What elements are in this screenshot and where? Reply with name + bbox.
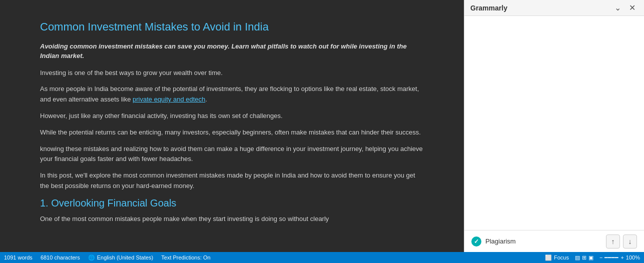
paragraph-2-end: . <box>205 96 207 103</box>
paragraph-2: As more people in India become aware of … <box>40 84 424 105</box>
paragraph-2-text: As more people in India become aware of … <box>40 85 419 103</box>
view-icon-2: ⊞ <box>582 254 586 261</box>
section-1-title: 1. Overlooking Financial Goals <box>40 198 424 209</box>
status-bar: 1091 words 6810 characters 🌐 English (Un… <box>0 252 644 263</box>
word-count: 1091 words <box>4 254 33 260</box>
view-icon-1: ▤ <box>575 254 580 261</box>
arrow-up-icon: ↑ <box>611 238 615 246</box>
grammarly-controls: ⌄ ✕ <box>612 2 638 14</box>
language-icon: 🌐 <box>88 254 95 261</box>
focus-icon: ⬜ <box>545 254 552 261</box>
document-area: Common Investment Mistakes to Avoid in I… <box>0 0 464 252</box>
status-right: ⬜ Focus ▤ ⊞ ▣ − ━━━━ + 100% <box>545 254 640 261</box>
plagiarism-label: Plagiarism <box>485 238 516 245</box>
document-subtitle: Avoiding common investment mistakes can … <box>40 42 424 61</box>
zoom-slider[interactable]: ━━━━ <box>604 254 618 261</box>
text-predictions: Text Predictions: On <box>161 254 210 260</box>
arrow-down-icon: ↓ <box>628 238 632 246</box>
focus-text: Focus <box>554 254 569 260</box>
document-title: Common Investment Mistakes to Avoid in I… <box>40 20 424 34</box>
nav-arrows: ↑ ↓ <box>606 234 637 248</box>
grammarly-title: Grammarly <box>470 4 507 12</box>
nav-up-button[interactable]: ↑ <box>606 234 620 248</box>
char-count: 6810 characters <box>41 254 80 260</box>
document-scroll[interactable]: Common Investment Mistakes to Avoid in I… <box>0 0 464 252</box>
nav-down-button[interactable]: ↓ <box>623 234 637 248</box>
plagiarism-check-icon <box>471 236 481 246</box>
grammarly-close-button[interactable]: ✕ <box>626 2 638 14</box>
chevron-down-icon: ⌄ <box>614 3 621 12</box>
paragraph-6: In this post, we'll explore the most com… <box>40 170 424 192</box>
focus-label[interactable]: ⬜ Focus <box>545 254 569 261</box>
paragraph-3: However, just like any other financial a… <box>40 111 424 122</box>
zoom-increase-icon[interactable]: + <box>620 254 623 260</box>
view-buttons: ▤ ⊞ ▣ <box>575 254 593 261</box>
close-icon: ✕ <box>629 3 635 12</box>
grammarly-footer: Plagiarism ↑ ↓ <box>464 230 644 252</box>
grammarly-content[interactable] <box>464 16 644 230</box>
private-equity-link[interactable]: private equity and edtech <box>133 96 205 103</box>
paragraph-7: One of the most common mistakes people m… <box>40 214 424 224</box>
grammarly-header: Grammarly ⌄ ✕ <box>464 0 644 16</box>
paragraph-4: While the potential returns can be entic… <box>40 128 424 138</box>
paragraph-5: knowing these mistakes and realizing how… <box>40 144 424 165</box>
grammarly-minimize-button[interactable]: ⌄ <box>612 2 623 14</box>
view-icon-3: ▣ <box>588 254 593 261</box>
zoom-level: − ━━━━ + 100% <box>599 254 640 261</box>
language-indicator: 🌐 English (United States) <box>88 254 154 261</box>
language-text: English (United States) <box>97 254 154 260</box>
zoom-decrease-icon[interactable]: − <box>599 254 602 260</box>
grammarly-panel: Grammarly ⌄ ✕ Plagiarism ↑ <box>464 0 644 252</box>
paragraph-1: Investing is one of the best ways to gro… <box>40 68 424 78</box>
zoom-text: 100% <box>626 254 640 260</box>
plagiarism-item[interactable]: Plagiarism <box>471 236 516 246</box>
